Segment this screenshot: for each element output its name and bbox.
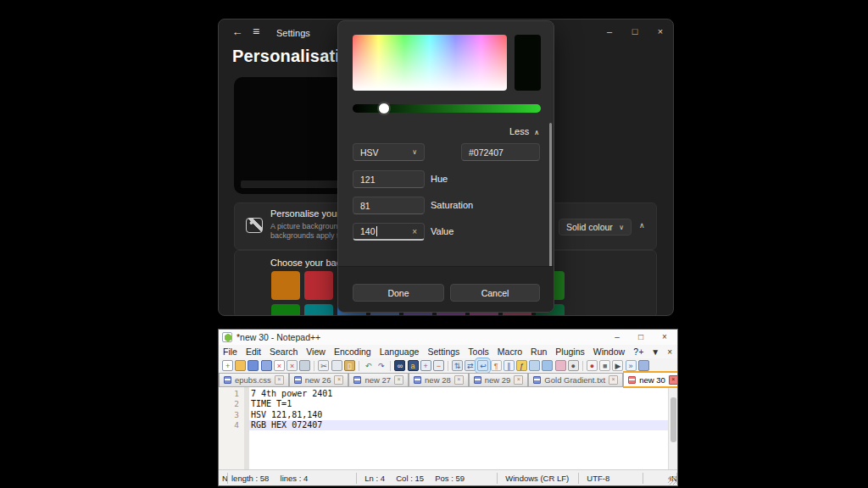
saved-icon: [353, 376, 361, 384]
zoom-out-icon[interactable]: −: [433, 360, 444, 371]
menu-view[interactable]: View: [302, 347, 330, 357]
doc-list-icon[interactable]: [542, 360, 553, 371]
menu-settings[interactable]: Settings: [423, 347, 464, 357]
sync-horizontal-icon[interactable]: ⇄: [465, 360, 476, 371]
tab-new-29[interactable]: new 29×: [469, 373, 529, 386]
dialog-scrollbar[interactable]: [549, 123, 552, 269]
hue-input[interactable]: 121: [353, 170, 425, 188]
menu-edit[interactable]: Edit: [242, 347, 265, 357]
tab-close-icon[interactable]: ×: [669, 375, 678, 385]
tab-new-28[interactable]: new 28×: [409, 373, 469, 386]
stop-macro-icon[interactable]: ■: [599, 360, 610, 371]
menu-macro[interactable]: Macro: [493, 347, 526, 357]
menu-window[interactable]: Window: [589, 347, 629, 357]
menu-file[interactable]: File: [219, 347, 242, 357]
saturation-input[interactable]: 81: [353, 197, 425, 214]
menu-search[interactable]: Search: [265, 347, 302, 357]
toolbar-separator: [448, 361, 448, 371]
text-caret: [376, 226, 377, 236]
save-all-icon[interactable]: [261, 360, 272, 371]
colour-swatch[interactable]: [304, 271, 333, 300]
done-button[interactable]: Done: [353, 284, 444, 302]
scrollbar-thumb[interactable]: [670, 397, 676, 442]
close-button[interactable]: ×: [649, 21, 671, 42]
folder-workspace-icon[interactable]: [555, 360, 566, 371]
colour-swatch[interactable]: [271, 304, 300, 316]
tab-new-27[interactable]: new 27×: [348, 373, 409, 386]
minimize-button[interactable]: –: [598, 21, 620, 42]
tab-epubs-css[interactable]: epubs.css×: [219, 373, 289, 386]
copy-icon[interactable]: [331, 360, 342, 371]
close-tab-icon[interactable]: ×: [667, 347, 672, 357]
menu-tools[interactable]: Tools: [464, 347, 493, 357]
cancel-button[interactable]: Cancel: [450, 284, 540, 302]
undo-icon[interactable]: ↶: [363, 360, 374, 371]
indent-guide-icon[interactable]: ∥: [504, 360, 515, 371]
tab-close-icon[interactable]: ×: [334, 375, 343, 385]
back-icon[interactable]: ←: [229, 25, 246, 38]
tab-label: new 26: [305, 375, 331, 385]
close-button[interactable]: ×: [654, 330, 676, 344]
close-all-icon[interactable]: ×: [287, 360, 298, 371]
hex-value-field[interactable]: #072407: [461, 143, 540, 161]
tab-close-icon[interactable]: ×: [609, 375, 618, 385]
editor-area[interactable]: 17 4th power 24012TIME T=13HSV 121,81,14…: [219, 387, 677, 469]
cut-icon[interactable]: ✂: [318, 360, 329, 371]
tab-close-icon[interactable]: ×: [454, 375, 464, 385]
hamburger-menu-icon[interactable]: ≡: [253, 25, 259, 38]
doc-map-icon[interactable]: [529, 360, 540, 371]
value-slider-thumb[interactable]: [378, 103, 390, 114]
function-list-icon[interactable]: ƒ: [516, 360, 527, 371]
colour-format-dropdown[interactable]: HSV ∨: [353, 143, 425, 161]
word-wrap-icon[interactable]: ↩: [477, 360, 488, 371]
open-folder-icon[interactable]: [235, 360, 246, 371]
tab-gold-gradient-txt[interactable]: Gold Gradient.txt×: [528, 373, 623, 386]
replace-icon[interactable]: a: [408, 360, 419, 371]
colour-spectrum[interactable]: [353, 35, 507, 91]
run-macro-multiple-icon[interactable]: »: [626, 360, 637, 371]
colour-swatch[interactable]: [304, 304, 333, 316]
tab-close-icon[interactable]: ×: [394, 375, 403, 385]
resize-grip[interactable]: [668, 476, 676, 485]
zoom-in-icon[interactable]: +: [420, 360, 431, 371]
minimize-button[interactable]: –: [606, 330, 628, 344]
clear-input-icon[interactable]: ×: [412, 227, 417, 236]
record-macro-icon[interactable]: ●: [587, 360, 598, 371]
save-macro-icon[interactable]: [638, 360, 649, 371]
play-macro-icon[interactable]: ▶: [612, 360, 623, 371]
maximize-button[interactable]: □: [624, 21, 646, 42]
desktop: ← ≡ Settings – □ × Personalisation Perso…: [0, 0, 868, 488]
monitoring-icon[interactable]: ●: [568, 360, 579, 371]
redo-icon[interactable]: ↷: [376, 360, 387, 371]
value-slider[interactable]: [353, 104, 541, 113]
tab-new-30[interactable]: new 30×: [623, 371, 678, 386]
menu-run[interactable]: Run: [526, 347, 551, 357]
save-icon[interactable]: [248, 360, 259, 371]
menu-plugins[interactable]: Plugins: [551, 347, 588, 357]
less-toggle[interactable]: Less∧: [509, 126, 539, 136]
status-segment: Windows (CR LF): [498, 473, 579, 484]
tab-new-26[interactable]: new 26×: [289, 373, 349, 386]
menu-language[interactable]: Language: [376, 347, 424, 357]
paste-icon[interactable]: ▯: [344, 360, 355, 371]
tab-close-icon[interactable]: ×: [275, 375, 284, 385]
chevron-up-icon[interactable]: ∧: [639, 221, 645, 230]
editor-vertical-scrollbar[interactable]: [668, 387, 677, 469]
tab-close-icon[interactable]: ×: [514, 375, 523, 385]
tab-list-icon[interactable]: ▼: [651, 347, 659, 357]
show-symbols-icon[interactable]: ¶: [491, 360, 502, 371]
tab-label: new 30: [639, 375, 665, 385]
menu-encoding[interactable]: Encoding: [330, 347, 376, 357]
close-file-icon[interactable]: ×: [274, 360, 285, 371]
print-icon[interactable]: [299, 360, 310, 371]
value-input[interactable]: 140×: [353, 223, 425, 241]
colour-swatch[interactable]: [271, 271, 300, 300]
maximize-button[interactable]: □: [630, 330, 652, 344]
colour-picker-dialog: Less∧ HSV ∨ #072407 121Hue81Saturation14…: [337, 20, 554, 313]
find-icon[interactable]: ∞: [394, 360, 405, 371]
sync-vertical-icon[interactable]: ⇅: [452, 360, 463, 371]
new-file-icon[interactable]: +: [222, 360, 233, 371]
new-tab-icon[interactable]: +: [638, 347, 643, 357]
background-type-dropdown[interactable]: Solid colour ∨: [559, 219, 632, 236]
chevron-down-icon: ∨: [619, 224, 624, 231]
